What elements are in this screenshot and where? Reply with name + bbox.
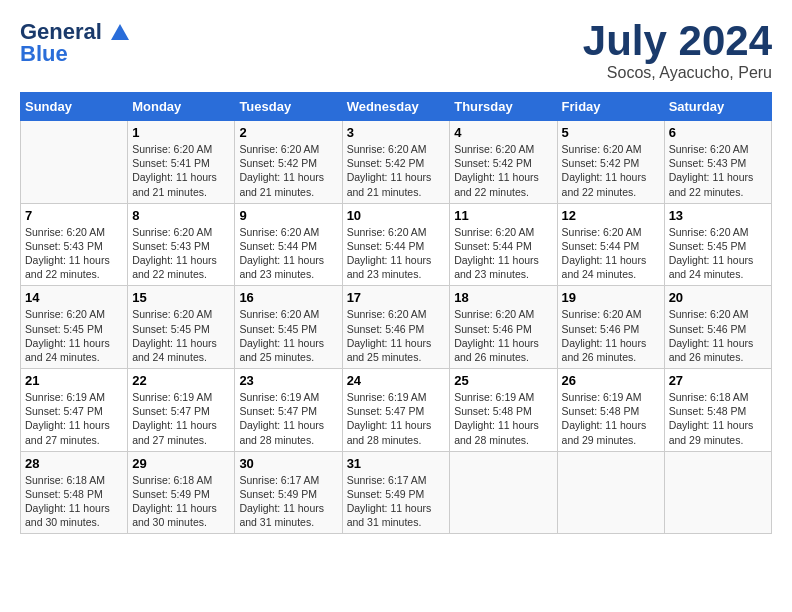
day-info: Sunrise: 6:20 AM Sunset: 5:42 PM Dayligh… xyxy=(562,142,660,199)
day-cell xyxy=(664,451,771,534)
logo: General Blue xyxy=(20,20,132,66)
day-number: 30 xyxy=(239,456,337,471)
day-number: 18 xyxy=(454,290,552,305)
day-info: Sunrise: 6:20 AM Sunset: 5:44 PM Dayligh… xyxy=(562,225,660,282)
day-cell: 1Sunrise: 6:20 AM Sunset: 5:41 PM Daylig… xyxy=(128,121,235,204)
day-info: Sunrise: 6:20 AM Sunset: 5:42 PM Dayligh… xyxy=(454,142,552,199)
day-number: 2 xyxy=(239,125,337,140)
day-number: 9 xyxy=(239,208,337,223)
header-saturday: Saturday xyxy=(664,93,771,121)
day-info: Sunrise: 6:17 AM Sunset: 5:49 PM Dayligh… xyxy=(347,473,446,530)
day-number: 25 xyxy=(454,373,552,388)
day-cell: 20Sunrise: 6:20 AM Sunset: 5:46 PM Dayli… xyxy=(664,286,771,369)
month-title: July 2024 xyxy=(583,20,772,62)
day-number: 23 xyxy=(239,373,337,388)
day-info: Sunrise: 6:19 AM Sunset: 5:47 PM Dayligh… xyxy=(239,390,337,447)
day-cell: 28Sunrise: 6:18 AM Sunset: 5:48 PM Dayli… xyxy=(21,451,128,534)
day-info: Sunrise: 6:20 AM Sunset: 5:43 PM Dayligh… xyxy=(132,225,230,282)
logo-blue: Blue xyxy=(20,42,132,66)
day-info: Sunrise: 6:20 AM Sunset: 5:42 PM Dayligh… xyxy=(347,142,446,199)
day-info: Sunrise: 6:20 AM Sunset: 5:41 PM Dayligh… xyxy=(132,142,230,199)
day-cell: 18Sunrise: 6:20 AM Sunset: 5:46 PM Dayli… xyxy=(450,286,557,369)
day-number: 28 xyxy=(25,456,123,471)
day-number: 22 xyxy=(132,373,230,388)
day-info: Sunrise: 6:20 AM Sunset: 5:44 PM Dayligh… xyxy=(239,225,337,282)
day-number: 8 xyxy=(132,208,230,223)
week-row-4: 28Sunrise: 6:18 AM Sunset: 5:48 PM Dayli… xyxy=(21,451,772,534)
day-number: 3 xyxy=(347,125,446,140)
day-info: Sunrise: 6:20 AM Sunset: 5:46 PM Dayligh… xyxy=(562,307,660,364)
day-cell: 19Sunrise: 6:20 AM Sunset: 5:46 PM Dayli… xyxy=(557,286,664,369)
day-cell: 22Sunrise: 6:19 AM Sunset: 5:47 PM Dayli… xyxy=(128,369,235,452)
day-info: Sunrise: 6:19 AM Sunset: 5:47 PM Dayligh… xyxy=(25,390,123,447)
day-info: Sunrise: 6:20 AM Sunset: 5:42 PM Dayligh… xyxy=(239,142,337,199)
day-info: Sunrise: 6:20 AM Sunset: 5:44 PM Dayligh… xyxy=(454,225,552,282)
day-info: Sunrise: 6:18 AM Sunset: 5:48 PM Dayligh… xyxy=(25,473,123,530)
day-info: Sunrise: 6:20 AM Sunset: 5:46 PM Dayligh… xyxy=(454,307,552,364)
title-block: July 2024 Socos, Ayacucho, Peru xyxy=(583,20,772,82)
day-cell: 17Sunrise: 6:20 AM Sunset: 5:46 PM Dayli… xyxy=(342,286,450,369)
day-cell: 5Sunrise: 6:20 AM Sunset: 5:42 PM Daylig… xyxy=(557,121,664,204)
day-info: Sunrise: 6:20 AM Sunset: 5:43 PM Dayligh… xyxy=(669,142,767,199)
day-number: 14 xyxy=(25,290,123,305)
day-info: Sunrise: 6:20 AM Sunset: 5:43 PM Dayligh… xyxy=(25,225,123,282)
day-cell: 29Sunrise: 6:18 AM Sunset: 5:49 PM Dayli… xyxy=(128,451,235,534)
week-row-1: 7Sunrise: 6:20 AM Sunset: 5:43 PM Daylig… xyxy=(21,203,772,286)
day-number: 1 xyxy=(132,125,230,140)
calendar-header-row: SundayMondayTuesdayWednesdayThursdayFrid… xyxy=(21,93,772,121)
day-cell: 12Sunrise: 6:20 AM Sunset: 5:44 PM Dayli… xyxy=(557,203,664,286)
day-info: Sunrise: 6:19 AM Sunset: 5:47 PM Dayligh… xyxy=(347,390,446,447)
day-cell: 6Sunrise: 6:20 AM Sunset: 5:43 PM Daylig… xyxy=(664,121,771,204)
calendar-table: SundayMondayTuesdayWednesdayThursdayFrid… xyxy=(20,92,772,534)
day-cell: 7Sunrise: 6:20 AM Sunset: 5:43 PM Daylig… xyxy=(21,203,128,286)
week-row-3: 21Sunrise: 6:19 AM Sunset: 5:47 PM Dayli… xyxy=(21,369,772,452)
week-row-2: 14Sunrise: 6:20 AM Sunset: 5:45 PM Dayli… xyxy=(21,286,772,369)
day-cell: 2Sunrise: 6:20 AM Sunset: 5:42 PM Daylig… xyxy=(235,121,342,204)
day-number: 7 xyxy=(25,208,123,223)
day-number: 19 xyxy=(562,290,660,305)
day-number: 11 xyxy=(454,208,552,223)
day-info: Sunrise: 6:20 AM Sunset: 5:46 PM Dayligh… xyxy=(347,307,446,364)
week-row-0: 1Sunrise: 6:20 AM Sunset: 5:41 PM Daylig… xyxy=(21,121,772,204)
day-cell: 3Sunrise: 6:20 AM Sunset: 5:42 PM Daylig… xyxy=(342,121,450,204)
day-cell: 21Sunrise: 6:19 AM Sunset: 5:47 PM Dayli… xyxy=(21,369,128,452)
day-number: 5 xyxy=(562,125,660,140)
location: Socos, Ayacucho, Peru xyxy=(583,64,772,82)
day-cell: 9Sunrise: 6:20 AM Sunset: 5:44 PM Daylig… xyxy=(235,203,342,286)
day-info: Sunrise: 6:20 AM Sunset: 5:45 PM Dayligh… xyxy=(239,307,337,364)
header-sunday: Sunday xyxy=(21,93,128,121)
day-number: 29 xyxy=(132,456,230,471)
day-cell: 23Sunrise: 6:19 AM Sunset: 5:47 PM Dayli… xyxy=(235,369,342,452)
day-cell: 13Sunrise: 6:20 AM Sunset: 5:45 PM Dayli… xyxy=(664,203,771,286)
day-number: 31 xyxy=(347,456,446,471)
day-info: Sunrise: 6:18 AM Sunset: 5:49 PM Dayligh… xyxy=(132,473,230,530)
day-info: Sunrise: 6:20 AM Sunset: 5:44 PM Dayligh… xyxy=(347,225,446,282)
header-tuesday: Tuesday xyxy=(235,93,342,121)
day-number: 10 xyxy=(347,208,446,223)
day-number: 20 xyxy=(669,290,767,305)
day-number: 24 xyxy=(347,373,446,388)
day-cell: 25Sunrise: 6:19 AM Sunset: 5:48 PM Dayli… xyxy=(450,369,557,452)
day-info: Sunrise: 6:20 AM Sunset: 5:45 PM Dayligh… xyxy=(25,307,123,364)
day-number: 17 xyxy=(347,290,446,305)
day-number: 12 xyxy=(562,208,660,223)
logo-icon xyxy=(109,22,131,44)
day-number: 27 xyxy=(669,373,767,388)
day-info: Sunrise: 6:18 AM Sunset: 5:48 PM Dayligh… xyxy=(669,390,767,447)
day-info: Sunrise: 6:17 AM Sunset: 5:49 PM Dayligh… xyxy=(239,473,337,530)
day-number: 13 xyxy=(669,208,767,223)
day-cell: 15Sunrise: 6:20 AM Sunset: 5:45 PM Dayli… xyxy=(128,286,235,369)
day-cell: 26Sunrise: 6:19 AM Sunset: 5:48 PM Dayli… xyxy=(557,369,664,452)
day-cell: 14Sunrise: 6:20 AM Sunset: 5:45 PM Dayli… xyxy=(21,286,128,369)
day-cell: 24Sunrise: 6:19 AM Sunset: 5:47 PM Dayli… xyxy=(342,369,450,452)
day-cell xyxy=(557,451,664,534)
page-header: General Blue July 2024 Socos, Ayacucho, … xyxy=(20,20,772,82)
day-cell: 27Sunrise: 6:18 AM Sunset: 5:48 PM Dayli… xyxy=(664,369,771,452)
day-info: Sunrise: 6:20 AM Sunset: 5:46 PM Dayligh… xyxy=(669,307,767,364)
day-cell: 11Sunrise: 6:20 AM Sunset: 5:44 PM Dayli… xyxy=(450,203,557,286)
day-number: 6 xyxy=(669,125,767,140)
day-number: 21 xyxy=(25,373,123,388)
day-number: 16 xyxy=(239,290,337,305)
day-number: 26 xyxy=(562,373,660,388)
day-cell: 8Sunrise: 6:20 AM Sunset: 5:43 PM Daylig… xyxy=(128,203,235,286)
